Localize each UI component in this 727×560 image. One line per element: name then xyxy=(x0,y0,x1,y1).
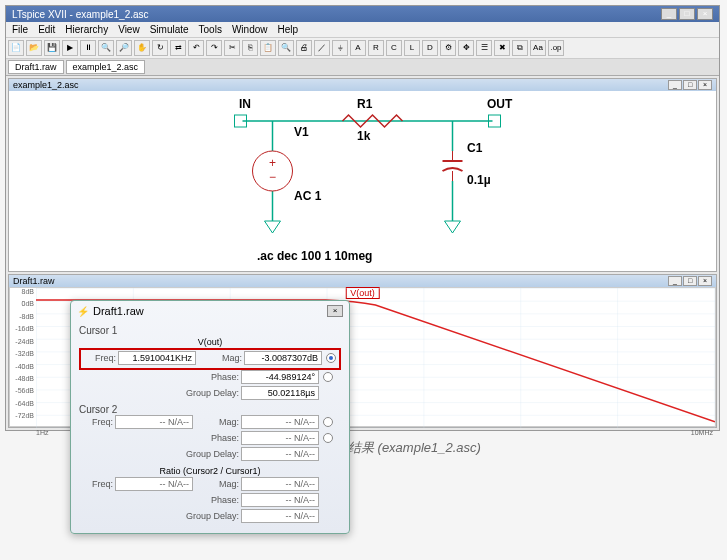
tool-find-icon[interactable]: 🔍 xyxy=(278,40,294,56)
tool-ind-icon[interactable]: L xyxy=(404,40,420,56)
tool-run-icon[interactable]: ▶ xyxy=(62,40,78,56)
menu-hierarchy[interactable]: Hierarchy xyxy=(65,24,108,35)
tool-cap-icon[interactable]: C xyxy=(386,40,402,56)
cursor2-gd-row: Group Delay: -- N/A-- xyxy=(79,447,341,461)
menu-tools[interactable]: Tools xyxy=(199,24,222,35)
app-title: LTspice XVII - example1_2.asc xyxy=(12,9,661,20)
xtick: 10MHz xyxy=(691,429,713,436)
tool-spice-icon[interactable]: .op xyxy=(548,40,564,56)
menu-help[interactable]: Help xyxy=(278,24,299,35)
menu-edit[interactable]: Edit xyxy=(38,24,55,35)
tool-diode-icon[interactable]: D xyxy=(422,40,438,56)
cursor1-gd[interactable]: 50.02118µs xyxy=(241,386,319,400)
c1-name[interactable]: C1 xyxy=(467,141,482,155)
menu-file[interactable]: File xyxy=(12,24,28,35)
cursor2-radio[interactable] xyxy=(323,417,333,427)
ytick: -16dB xyxy=(15,325,34,332)
ratio-freq[interactable]: -- N/A-- xyxy=(115,477,193,491)
tool-pan-icon[interactable]: ✋ xyxy=(134,40,150,56)
sch-close-icon[interactable]: × xyxy=(698,80,712,90)
tool-delete-icon[interactable]: ✖ xyxy=(494,40,510,56)
sch-min-icon[interactable]: _ xyxy=(668,80,682,90)
tool-res-icon[interactable]: R xyxy=(368,40,384,56)
tab-example[interactable]: example1_2.asc xyxy=(66,60,146,74)
tool-save-icon[interactable]: 💾 xyxy=(44,40,60,56)
cursor2-gd[interactable]: -- N/A-- xyxy=(241,447,319,461)
close-button[interactable]: × xyxy=(697,8,713,20)
tool-paste-icon[interactable]: 📋 xyxy=(260,40,276,56)
ytick: -64dB xyxy=(15,400,34,407)
tool-move-icon[interactable]: ✥ xyxy=(458,40,474,56)
plot-close-icon[interactable]: × xyxy=(698,276,712,286)
net-out[interactable]: OUT xyxy=(487,97,512,111)
cursor1-gd-row: Group Delay: 50.02118µs xyxy=(79,386,341,400)
tool-copy-icon[interactable]: ⎘ xyxy=(242,40,258,56)
cursor-dialog[interactable]: ⚡ Draft1.raw × Cursor 1 V(out) Freq: 1.5… xyxy=(70,300,350,534)
cursor2-mag[interactable]: -- N/A-- xyxy=(241,415,319,429)
tool-new-icon[interactable]: 📄 xyxy=(8,40,24,56)
maximize-button[interactable]: □ xyxy=(679,8,695,20)
y-axis[interactable]: 8dB 0dB -8dB -16dB -24dB -32dB -40dB -48… xyxy=(10,288,36,426)
minimize-button[interactable]: _ xyxy=(661,8,677,20)
tool-wire-icon[interactable]: ／ xyxy=(314,40,330,56)
ratio-gd[interactable]: -- N/A-- xyxy=(241,509,319,523)
cursor1-phase[interactable]: -44.989124° xyxy=(241,370,319,384)
cursor1-phase-radio[interactable] xyxy=(323,372,333,382)
tool-undo-icon[interactable]: ↶ xyxy=(188,40,204,56)
net-in[interactable]: IN xyxy=(239,97,251,111)
tool-print-icon[interactable]: 🖨 xyxy=(296,40,312,56)
tab-draft[interactable]: Draft1.raw xyxy=(8,60,64,74)
probe-icon: ⚡ xyxy=(77,306,89,317)
tool-zoom-out-icon[interactable]: 🔎 xyxy=(116,40,132,56)
tool-rotate-icon[interactable]: ↻ xyxy=(152,40,168,56)
cursor2-row: Freq: -- N/A-- Mag: -- N/A-- xyxy=(79,415,341,429)
r1-value[interactable]: 1k xyxy=(357,129,370,143)
cursor1-radio[interactable] xyxy=(326,353,336,363)
tool-gnd-icon[interactable]: ⏚ xyxy=(332,40,348,56)
ratio-phase[interactable]: -- N/A-- xyxy=(241,493,319,507)
schematic-titlebar: example1_2.asc _□× xyxy=(9,79,716,91)
ytick: -8dB xyxy=(19,313,34,320)
tool-cut-icon[interactable]: ✂ xyxy=(224,40,240,56)
gd3-label: Group Delay: xyxy=(115,511,239,521)
phase2-label: Phase: xyxy=(195,433,239,443)
mag-label: Mag: xyxy=(198,353,242,363)
ratio-mag[interactable]: -- N/A-- xyxy=(241,477,319,491)
r1-name[interactable]: R1 xyxy=(357,97,372,111)
phase3-label: Phase: xyxy=(195,495,239,505)
tool-text-icon[interactable]: Aa xyxy=(530,40,546,56)
tool-component-icon[interactable]: ⚙ xyxy=(440,40,456,56)
spice-directive[interactable]: .ac dec 100 1 10meg xyxy=(257,249,372,263)
tool-zoom-in-icon[interactable]: 🔍 xyxy=(98,40,114,56)
v1-name[interactable]: V1 xyxy=(294,125,309,139)
tool-duplicate-icon[interactable]: ⧉ xyxy=(512,40,528,56)
c1-value[interactable]: 0.1µ xyxy=(467,173,491,187)
menu-simulate[interactable]: Simulate xyxy=(150,24,189,35)
cursor2-phase-radio[interactable] xyxy=(323,433,333,443)
tool-open-icon[interactable]: 📂 xyxy=(26,40,42,56)
cursor1-trace: V(out) xyxy=(79,336,341,348)
tool-stop-icon[interactable]: ⏸ xyxy=(80,40,96,56)
tool-mirror-icon[interactable]: ⇄ xyxy=(170,40,186,56)
schematic-canvas[interactable]: + − IN OUT V1 AC 1 R1 1k C1 0.1µ .ac dec xyxy=(9,91,716,271)
cursor1-mag[interactable]: -3.0087307dB xyxy=(244,351,322,365)
sch-max-icon[interactable]: □ xyxy=(683,80,697,90)
svg-text:+: + xyxy=(269,156,276,170)
tool-redo-icon[interactable]: ↷ xyxy=(206,40,222,56)
cursor2-phase[interactable]: -- N/A-- xyxy=(241,431,319,445)
tool-drag-icon[interactable]: ☰ xyxy=(476,40,492,56)
tool-label-icon[interactable]: A xyxy=(350,40,366,56)
cursor-titlebar[interactable]: ⚡ Draft1.raw × xyxy=(71,301,349,321)
v1-value[interactable]: AC 1 xyxy=(294,189,321,203)
menu-window[interactable]: Window xyxy=(232,24,268,35)
cursor1-freq[interactable]: 1.5910041KHz xyxy=(118,351,196,365)
cursor-body: Cursor 1 V(out) Freq: 1.5910041KHz Mag: … xyxy=(71,321,349,533)
ytick: 8dB xyxy=(22,288,34,295)
plot-min-icon[interactable]: _ xyxy=(668,276,682,286)
ytick: -48dB xyxy=(15,375,34,382)
plot-max-icon[interactable]: □ xyxy=(683,276,697,286)
title-bar: LTspice XVII - example1_2.asc _ □ × xyxy=(6,6,719,22)
cursor-close-icon[interactable]: × xyxy=(327,305,343,317)
cursor2-freq[interactable]: -- N/A-- xyxy=(115,415,193,429)
menu-view[interactable]: View xyxy=(118,24,140,35)
